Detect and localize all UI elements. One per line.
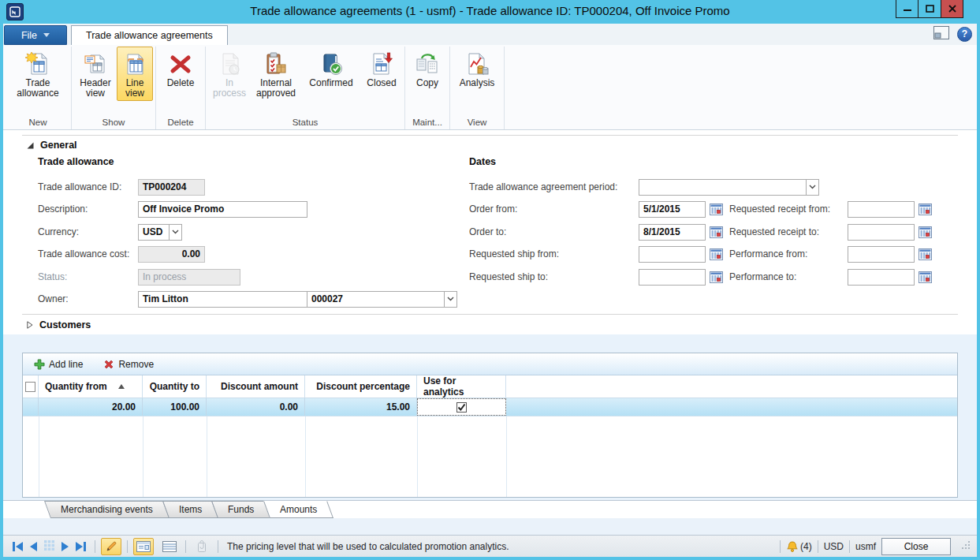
group-trade-allowance-header: Trade allowance bbox=[38, 156, 114, 167]
layout-icon[interactable] bbox=[933, 26, 949, 42]
help-icon[interactable]: ? bbox=[957, 27, 972, 42]
tab-funds[interactable]: Funds bbox=[211, 501, 270, 518]
checkbox-checked-icon[interactable] bbox=[456, 402, 467, 413]
cell-discount-percentage[interactable]: 15.00 bbox=[305, 398, 417, 416]
confirmed-button[interactable]: Confirmed bbox=[301, 47, 361, 91]
row-selector-cell[interactable] bbox=[23, 398, 39, 416]
owner-id-value: 000027 bbox=[311, 293, 343, 304]
trade-allowance-cost-value: 0.00 bbox=[182, 248, 200, 259]
calendar-icon[interactable] bbox=[710, 271, 723, 283]
remove-label: Remove bbox=[118, 359, 154, 370]
internal-approved-button[interactable]: Internal approved bbox=[251, 47, 301, 101]
cell-quantity-from[interactable]: 20.00 bbox=[39, 398, 143, 416]
delete-button[interactable]: Delete bbox=[158, 47, 203, 91]
performance-to-field[interactable] bbox=[848, 269, 915, 286]
column-header-quantity-to[interactable]: Quantity to bbox=[143, 375, 207, 398]
calendar-icon[interactable] bbox=[710, 203, 723, 215]
line-view-button[interactable]: Line view bbox=[117, 47, 153, 101]
cell-quantity-to[interactable]: 100.00 bbox=[143, 398, 207, 416]
column-header-discount-amount[interactable]: Discount amount bbox=[207, 375, 305, 398]
add-line-button[interactable]: Add line bbox=[34, 359, 83, 370]
close-button[interactable]: Close bbox=[881, 538, 951, 555]
cell-value: 0.00 bbox=[280, 401, 298, 413]
close-icon bbox=[948, 5, 956, 13]
notifications-button[interactable]: (4) bbox=[786, 540, 812, 553]
tab-amounts[interactable]: Amounts bbox=[263, 501, 333, 518]
field-row: Trade allowance ID: TP000204 bbox=[38, 178, 205, 196]
ribbon-group-view: Analysis View bbox=[450, 47, 505, 129]
resize-grip[interactable] bbox=[961, 540, 971, 552]
ribbon-group-status: In process Internal approved Confirmed bbox=[206, 47, 405, 129]
column-header-quantity-from[interactable]: Quantity from bbox=[39, 375, 143, 398]
column-label: Quantity from bbox=[45, 381, 107, 392]
currency-indicator[interactable]: USD bbox=[824, 541, 844, 552]
previous-record-button[interactable] bbox=[30, 542, 37, 551]
calendar-icon[interactable] bbox=[919, 271, 932, 283]
minimize-button[interactable] bbox=[896, 0, 919, 18]
order-to-label: Order to: bbox=[469, 226, 639, 237]
company-indicator[interactable]: usmf bbox=[855, 541, 876, 552]
cell-use-for-analytics[interactable] bbox=[417, 398, 506, 416]
details-view-button[interactable] bbox=[133, 538, 154, 555]
attachments-button[interactable] bbox=[192, 538, 212, 555]
column-label: Quantity to bbox=[150, 381, 199, 392]
grid-records-icon[interactable] bbox=[44, 540, 54, 553]
ribbon-group-delete: Delete Delete bbox=[156, 47, 206, 129]
titlebar[interactable]: Trade allowance agreements (1 - usmf) - … bbox=[0, 0, 980, 24]
calendar-icon[interactable] bbox=[919, 248, 932, 260]
ribbon-button-label: Delete bbox=[167, 78, 195, 88]
calendar-icon[interactable] bbox=[710, 226, 723, 238]
requested-receipt-from-field[interactable] bbox=[848, 201, 915, 218]
app-window: Trade allowance agreements (1 - usmf) - … bbox=[0, 0, 980, 560]
divider bbox=[127, 540, 128, 553]
closed-button[interactable]: Closed bbox=[361, 47, 402, 91]
period-dropdown-button[interactable] bbox=[806, 179, 819, 196]
maximize-button[interactable] bbox=[919, 0, 941, 18]
tab-trade-allowance-agreements[interactable]: Trade allowance agreements bbox=[71, 25, 228, 45]
divider bbox=[218, 540, 218, 553]
calendar-icon[interactable] bbox=[919, 226, 932, 238]
performance-from-field[interactable] bbox=[848, 246, 915, 263]
first-record-button[interactable] bbox=[13, 542, 23, 551]
close-window-button[interactable] bbox=[941, 0, 963, 18]
requested-receipt-to-field[interactable] bbox=[848, 224, 915, 241]
section-customers-header[interactable]: Customers bbox=[27, 319, 91, 330]
owner-dropdown-button[interactable] bbox=[444, 291, 457, 308]
grid-row-selected[interactable]: 20.00 100.00 0.00 15.00 bbox=[23, 398, 957, 416]
description-field[interactable]: Off Invoice Promo bbox=[138, 201, 307, 218]
order-from-field[interactable]: 5/1/2015 bbox=[639, 201, 706, 218]
next-record-button[interactable] bbox=[61, 542, 69, 551]
section-general-header[interactable]: General bbox=[27, 140, 77, 151]
minimize-icon bbox=[904, 6, 911, 12]
owner-id-field[interactable]: 000027 bbox=[307, 291, 445, 308]
grid-view-button[interactable] bbox=[159, 538, 180, 555]
currency-dropdown-button[interactable] bbox=[169, 224, 182, 241]
tab-items[interactable]: Items bbox=[162, 501, 218, 518]
ribbon-button-label: Trade allowance bbox=[9, 78, 66, 99]
last-record-button[interactable] bbox=[76, 542, 86, 551]
calendar-icon[interactable] bbox=[919, 203, 932, 215]
period-field[interactable] bbox=[639, 179, 807, 196]
owner-name-field[interactable]: Tim Litton bbox=[138, 291, 307, 308]
column-line bbox=[417, 416, 418, 497]
order-to-field[interactable]: 8/1/2015 bbox=[639, 224, 706, 241]
currency-field[interactable]: USD bbox=[138, 224, 170, 241]
requested-ship-to-field[interactable] bbox=[639, 269, 706, 286]
calendar-icon[interactable] bbox=[710, 248, 723, 260]
requested-ship-from-field[interactable] bbox=[639, 246, 706, 263]
column-header-discount-percentage[interactable]: Discount percentage bbox=[305, 375, 417, 398]
file-menu-button[interactable]: File bbox=[4, 25, 67, 45]
select-all-checkbox[interactable] bbox=[23, 375, 39, 398]
window-body: File Trade allowance agreements ? Trade … bbox=[3, 24, 977, 557]
trade-allowance-button[interactable]: Trade allowance bbox=[7, 47, 69, 101]
header-view-button[interactable]: Header view bbox=[74, 47, 117, 101]
tab-merchandising-events[interactable]: Merchandising events bbox=[44, 501, 170, 518]
copy-button[interactable]: Copy bbox=[408, 47, 447, 91]
cell-discount-amount[interactable]: 0.00 bbox=[207, 398, 305, 416]
grid-empty-body[interactable] bbox=[23, 416, 957, 497]
edit-mode-button[interactable] bbox=[101, 538, 121, 555]
column-header-use-for-analytics[interactable]: Use for analytics bbox=[417, 375, 506, 398]
remove-button[interactable]: Remove bbox=[103, 359, 154, 370]
column-label: Use for analytics bbox=[423, 375, 499, 398]
analysis-button[interactable]: Analysis bbox=[453, 47, 501, 91]
